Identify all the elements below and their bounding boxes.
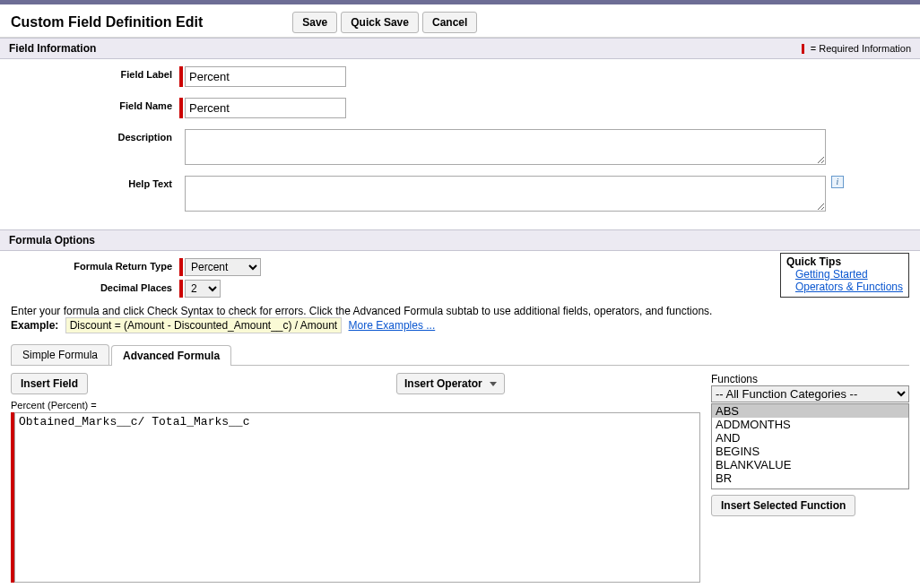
quick-save-button[interactable]: Quick Save [341, 12, 419, 33]
quick-tips-link-getting-started[interactable]: Getting Started [795, 268, 903, 281]
tab-simple-formula[interactable]: Simple Formula [11, 344, 109, 365]
required-hint: = Required Information [802, 43, 911, 55]
insert-operator-button[interactable]: Insert Operator [396, 373, 505, 394]
function-item-abs[interactable]: ABS [712, 404, 908, 418]
field-information-title: Field Information [9, 42, 802, 55]
function-list[interactable]: ABS ADDMONTHS AND BEGINS BLANKVALUE BR [711, 403, 909, 489]
more-examples-link[interactable]: More Examples ... [349, 319, 436, 332]
page-title: Custom Field Definition Edit [11, 14, 203, 30]
field-label-label: Field Label [9, 66, 179, 80]
description-label: Description [9, 129, 179, 143]
tab-advanced-formula[interactable]: Advanced Formula [111, 345, 231, 366]
formula-field-label: Percent (Percent) = [11, 400, 700, 411]
quick-tips-box: Quick Tips Getting Started Operators & F… [780, 253, 909, 298]
decimal-places-label: Decimal Places [9, 280, 179, 293]
required-indicator [179, 98, 183, 118]
quick-tips-link-operators[interactable]: Operators & Functions [795, 281, 903, 293]
functions-panel: Functions -- All Function Categories -- … [707, 373, 909, 583]
return-type-label: Formula Return Type [9, 258, 179, 272]
function-item-addmonths[interactable]: ADDMONTHS [712, 418, 908, 431]
required-indicator [179, 258, 183, 276]
info-icon[interactable]: i [831, 176, 844, 188]
formula-textarea[interactable]: Obtained_Marks__c/ Total_Marks__c [14, 412, 700, 583]
header-bar: Custom Field Definition Edit Save Quick … [0, 4, 920, 38]
editor-toolbar: Insert Field Insert Operator [11, 373, 700, 394]
help-text-label: Help Text [9, 176, 179, 189]
function-item-blankvalue[interactable]: BLANKVALUE [712, 458, 908, 471]
help-text-textarea[interactable] [185, 176, 826, 212]
formula-options-header: Formula Options [0, 229, 920, 251]
formula-editor: Insert Field Insert Operator Percent (Pe… [0, 366, 920, 588]
function-item-begins[interactable]: BEGINS [712, 445, 908, 458]
cancel-button[interactable]: Cancel [422, 12, 477, 33]
example-label: Example: [11, 319, 58, 332]
field-label-input[interactable] [185, 66, 346, 87]
field-information-form: Field Label Field Name Description Help … [0, 59, 920, 229]
description-textarea[interactable] [185, 129, 826, 165]
save-button[interactable]: Save [292, 12, 337, 33]
insert-field-button[interactable]: Insert Field [11, 373, 88, 394]
decimal-places-select[interactable]: 2 [185, 280, 221, 298]
editor-left: Insert Field Insert Operator Percent (Pe… [11, 373, 707, 583]
return-type-select[interactable]: Percent [185, 258, 261, 276]
function-category-select[interactable]: -- All Function Categories -- [711, 385, 909, 402]
quick-tips-title: Quick Tips [786, 255, 903, 268]
functions-label: Functions [711, 373, 909, 385]
formula-intro: Enter your formula and click Check Synta… [0, 301, 920, 337]
required-indicator [179, 280, 183, 298]
field-name-input[interactable] [185, 98, 346, 118]
required-indicator [179, 66, 183, 87]
field-name-label: Field Name [9, 98, 179, 111]
function-item-br[interactable]: BR [712, 471, 908, 485]
function-item-and[interactable]: AND [712, 431, 908, 445]
field-information-header: Field Information = Required Information [0, 38, 920, 59]
insert-selected-function-button[interactable]: Insert Selected Function [711, 495, 855, 516]
example-code: Discount = (Amount - Discounted_Amount__… [65, 317, 342, 333]
formula-tabs: Simple Formula Advanced Formula [11, 341, 909, 366]
formula-options-title: Formula Options [9, 234, 911, 246]
required-bar-icon [802, 44, 804, 54]
